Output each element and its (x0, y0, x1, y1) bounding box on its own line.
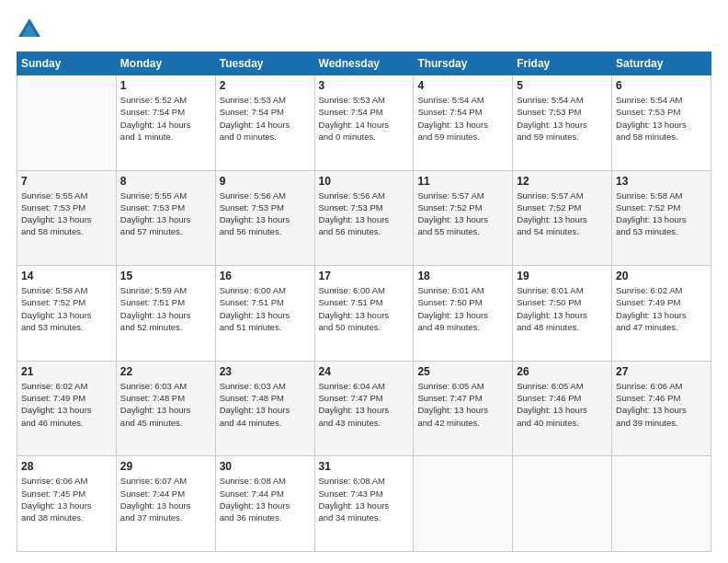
cell-line: Sunrise: 6:05 AM (517, 380, 608, 392)
cell-line: and 37 minutes. (120, 511, 211, 523)
day-number: 30 (220, 460, 311, 473)
cell-line: Sunrise: 5:54 AM (616, 94, 707, 106)
cell-line: Sunset: 7:53 PM (517, 106, 608, 118)
cell-line: Sunrise: 6:02 AM (21, 380, 112, 392)
calendar-week-row: 28Sunrise: 6:06 AMSunset: 7:45 PMDayligh… (17, 456, 711, 552)
day-number: 2 (220, 79, 311, 92)
cell-line: Sunset: 7:53 PM (319, 201, 410, 213)
cell-line: and 38 minutes. (21, 511, 112, 523)
calendar-cell: 21Sunrise: 6:02 AMSunset: 7:49 PMDayligh… (17, 361, 117, 456)
cell-line: Daylight: 13 hours (220, 500, 311, 511)
weekday-header-thursday: Thursday (414, 52, 513, 75)
cell-line: and 50 minutes. (319, 321, 410, 333)
cell-line: Sunrise: 5:53 AM (319, 94, 410, 106)
cell-line: Daylight: 14 hours (319, 119, 410, 131)
cell-line: Daylight: 13 hours (616, 213, 707, 225)
calendar-cell: 26Sunrise: 6:05 AMSunset: 7:46 PMDayligh… (513, 361, 612, 456)
calendar-cell: 4Sunrise: 5:54 AMSunset: 7:54 PMDaylight… (414, 75, 513, 171)
day-number: 3 (319, 79, 410, 92)
day-number: 9 (220, 175, 311, 188)
cell-line: Daylight: 14 hours (220, 119, 311, 131)
cell-line: Daylight: 13 hours (417, 213, 508, 225)
day-number: 20 (616, 270, 707, 282)
cell-line: Sunset: 7:50 PM (417, 296, 508, 308)
cell-line: Daylight: 13 hours (517, 309, 608, 321)
cell-line: and 53 minutes. (616, 225, 707, 237)
cell-line: Sunrise: 5:55 AM (21, 190, 112, 201)
cell-line: Daylight: 13 hours (319, 404, 410, 416)
calendar-cell: 10Sunrise: 5:56 AMSunset: 7:53 PMDayligh… (314, 170, 414, 266)
cell-line: and 45 minutes. (120, 417, 211, 429)
page: SundayMondayTuesdayWednesdayThursdayFrid… (0, 0, 728, 563)
calendar-week-row: 7Sunrise: 5:55 AMSunset: 7:53 PMDaylight… (17, 170, 711, 266)
day-number: 10 (319, 175, 410, 188)
cell-line: Sunset: 7:53 PM (616, 106, 707, 118)
cell-line: Sunset: 7:54 PM (220, 106, 311, 118)
cell-line: Sunset: 7:48 PM (120, 392, 211, 404)
cell-line: Daylight: 13 hours (220, 213, 311, 225)
cell-line: and 54 minutes. (517, 225, 608, 237)
cell-line: and 42 minutes. (417, 417, 508, 429)
cell-line: Sunrise: 6:03 AM (120, 380, 211, 392)
day-number: 13 (616, 175, 707, 188)
calendar-cell: 15Sunrise: 5:59 AMSunset: 7:51 PMDayligh… (116, 266, 215, 362)
calendar-cell: 24Sunrise: 6:04 AMSunset: 7:47 PMDayligh… (314, 361, 414, 456)
day-number: 5 (517, 79, 608, 92)
cell-line: Sunset: 7:54 PM (417, 106, 508, 118)
day-number: 26 (517, 365, 608, 378)
calendar-cell: 3Sunrise: 5:53 AMSunset: 7:54 PMDaylight… (314, 75, 414, 171)
calendar-cell: 29Sunrise: 6:07 AMSunset: 7:44 PMDayligh… (116, 456, 215, 552)
day-number: 1 (120, 79, 211, 92)
calendar-cell: 7Sunrise: 5:55 AMSunset: 7:53 PMDaylight… (17, 170, 117, 266)
cell-line: Daylight: 13 hours (417, 119, 508, 131)
calendar-cell: 13Sunrise: 5:58 AMSunset: 7:52 PMDayligh… (612, 170, 711, 266)
cell-line: Daylight: 13 hours (220, 404, 311, 416)
cell-line: Sunset: 7:50 PM (517, 296, 608, 308)
cell-line: Sunset: 7:47 PM (319, 392, 410, 404)
cell-line: Daylight: 13 hours (319, 500, 410, 511)
calendar-week-row: 1Sunrise: 5:52 AMSunset: 7:54 PMDaylight… (17, 75, 711, 171)
cell-line: Daylight: 13 hours (21, 213, 112, 225)
cell-line: Sunrise: 6:06 AM (616, 380, 707, 392)
cell-line: Daylight: 13 hours (21, 404, 112, 416)
day-number: 29 (120, 460, 211, 473)
cell-line: and 0 minutes. (319, 131, 410, 143)
cell-line: and 56 minutes. (220, 225, 311, 237)
cell-line: Sunset: 7:53 PM (21, 201, 112, 213)
weekday-header-wednesday: Wednesday (314, 52, 414, 75)
cell-line: and 58 minutes. (21, 225, 112, 237)
day-number: 8 (120, 175, 211, 188)
cell-line: Sunrise: 5:56 AM (319, 190, 410, 201)
cell-line: Sunrise: 5:57 AM (417, 190, 508, 201)
calendar-cell: 27Sunrise: 6:06 AMSunset: 7:46 PMDayligh… (612, 361, 711, 456)
day-number: 7 (21, 175, 112, 188)
cell-line: Sunrise: 5:56 AM (220, 190, 311, 201)
cell-line: Sunrise: 5:58 AM (616, 190, 707, 201)
calendar-cell: 30Sunrise: 6:08 AMSunset: 7:44 PMDayligh… (215, 456, 314, 552)
cell-line: Sunset: 7:51 PM (319, 296, 410, 308)
cell-line: Sunset: 7:52 PM (616, 201, 707, 213)
cell-line: and 49 minutes. (417, 321, 508, 333)
cell-line: Sunrise: 6:01 AM (417, 284, 508, 296)
day-number: 21 (21, 365, 112, 378)
calendar-cell: 9Sunrise: 5:56 AMSunset: 7:53 PMDaylight… (215, 170, 314, 266)
calendar-cell: 17Sunrise: 6:00 AMSunset: 7:51 PMDayligh… (314, 266, 414, 362)
calendar-cell (414, 456, 513, 552)
cell-line: Daylight: 13 hours (417, 404, 508, 416)
weekday-header-tuesday: Tuesday (215, 52, 314, 75)
cell-line: and 51 minutes. (220, 321, 311, 333)
cell-line: Daylight: 13 hours (21, 500, 112, 511)
cell-line: Sunrise: 6:02 AM (616, 284, 707, 296)
cell-line: Sunrise: 6:03 AM (220, 380, 311, 392)
calendar-week-row: 21Sunrise: 6:02 AMSunset: 7:49 PMDayligh… (17, 361, 711, 456)
calendar-cell: 16Sunrise: 6:00 AMSunset: 7:51 PMDayligh… (215, 266, 314, 362)
cell-line: Sunset: 7:44 PM (120, 488, 211, 500)
cell-line: Daylight: 13 hours (517, 404, 608, 416)
cell-line: and 34 minutes. (319, 511, 410, 523)
cell-line: Sunset: 7:52 PM (417, 201, 508, 213)
weekday-header-sunday: Sunday (17, 52, 117, 75)
weekday-header-friday: Friday (513, 52, 612, 75)
cell-line: Sunrise: 6:00 AM (220, 284, 311, 296)
cell-line: Daylight: 14 hours (120, 119, 211, 131)
day-number: 31 (319, 460, 410, 473)
